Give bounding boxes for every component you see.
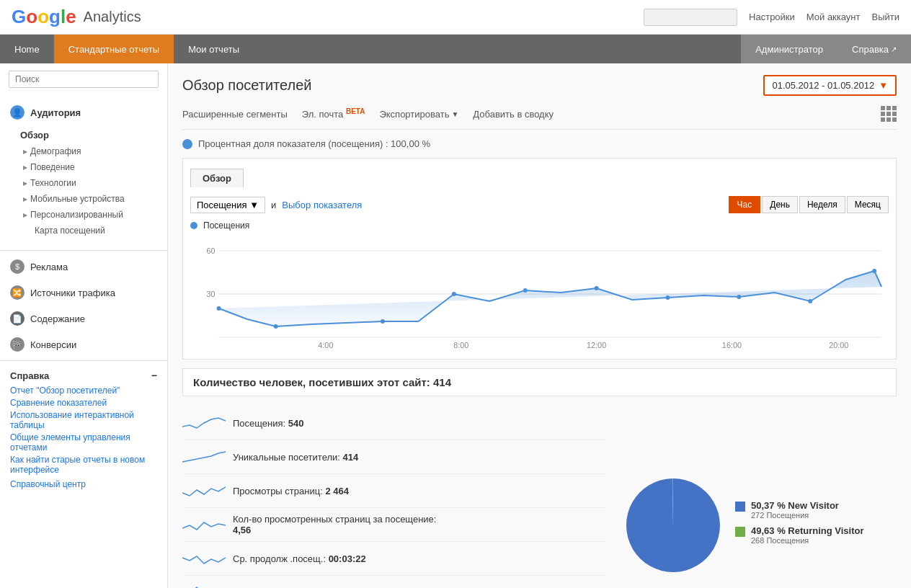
sidebar-item-conversions[interactable]: 🏁 Конверсии [0, 331, 167, 357]
pie-chart [623, 475, 724, 576]
account-search-bar[interactable] [644, 9, 737, 26]
stat-row-pageviews: Просмотры страниц: 2 464 [182, 474, 605, 508]
chart-legend: Посещения [190, 220, 889, 231]
svg-point-7 [381, 319, 385, 324]
sidebar-help-link-0[interactable]: Отчет "Обзор посетителей" [10, 386, 157, 396]
nav-bar: Home Стандартные отчеты Мои отчеты Админ… [0, 35, 911, 63]
sidebar-help: Справка − Отчет "Обзор посетителей" Срав… [0, 364, 167, 495]
stats-list: Посещения: 540 Уникальные посетители: 41… [182, 406, 605, 588]
email-btn[interactable]: Эл. почта BETA [302, 107, 365, 120]
date-range-picker[interactable]: 01.05.2012 - 01.05.2012 ▼ [763, 75, 897, 96]
stat-label-visits: Посещения: 540 [233, 418, 605, 429]
metric-dropdown[interactable]: Посещения ▼ [190, 197, 265, 213]
sidebar-custom[interactable]: Персонализированный [0, 207, 167, 223]
main-layout: 👤 Аудитория Обзор Демография Поведение Т… [0, 63, 911, 588]
page-title: Обзор посетителей [182, 77, 311, 94]
compare-label: и [271, 200, 276, 210]
sidebar-item-content[interactable]: 📄 Содержание [0, 306, 167, 331]
stat-label-unique: Уникальные посетители: 414 [233, 452, 605, 463]
metric-dot [182, 139, 192, 149]
sparkline-visits [182, 412, 226, 434]
time-btn-hour[interactable]: Час [729, 196, 761, 213]
grid-view-btn[interactable] [881, 106, 897, 122]
date-range-arrow: ▼ [879, 80, 888, 91]
svg-text:20:00: 20:00 [829, 341, 848, 349]
time-btn-week[interactable]: Неделя [799, 196, 845, 213]
chart-tabs: Обзор [190, 169, 889, 187]
time-btn-month[interactable]: Месяц [847, 196, 889, 213]
stat-row-pagespervisit: Кол-во просмотренных страниц за посещени… [182, 508, 605, 542]
metric-indicator: Процентная доля показателя (посещения) :… [182, 138, 897, 149]
sidebar-overview-label[interactable]: Обзор [0, 127, 167, 143]
stat-row-visits: Посещения: 540 [182, 406, 605, 440]
sidebar-demographics[interactable]: Демография [0, 143, 167, 159]
svg-point-9 [523, 288, 528, 293]
audience-icon: 👤 [10, 105, 25, 120]
logo: Google Analytics [12, 6, 141, 28]
nav-home[interactable]: Home [0, 35, 54, 63]
stat-label-pagespervisit: Кол-во просмотренных страниц за посещени… [233, 514, 605, 535]
sidebar-item-audience[interactable]: 👤 Аудитория [0, 99, 167, 125]
sidebar-help-link-4[interactable]: Как найти старые отчеты в новом интерфей… [10, 455, 157, 475]
svg-point-12 [737, 295, 741, 299]
sidebar-visit-map[interactable]: Карта посещений [0, 223, 167, 239]
stat-row-unique: Уникальные посетители: 414 [182, 440, 605, 474]
pie-legend-new-text: 50,37 % New Visitor 272 Посещения [751, 500, 839, 520]
nav-my-reports[interactable]: Мои отчеты [174, 35, 254, 63]
sidebar-item-ad[interactable]: $ Реклама [0, 254, 167, 280]
stat-row-bounce: Показатель отказов: 53,52 % [182, 576, 605, 588]
content-icon: 📄 [10, 311, 25, 326]
help-collapse-icon[interactable]: − [151, 370, 157, 381]
svg-text:12:00: 12:00 [587, 341, 606, 349]
settings-link[interactable]: Настройки [749, 12, 795, 22]
my-account-link[interactable]: Мой аккаунт [806, 12, 861, 22]
nav-admin[interactable]: Администратор [741, 35, 837, 63]
add-to-summary-btn[interactable]: Добавить в сводку [473, 109, 554, 120]
sidebar-item-traffic[interactable]: 🔀 Источники трафика [0, 280, 167, 306]
select-metric-link[interactable]: Выбор показателя [282, 200, 362, 210]
returning-visitor-color-box [735, 527, 745, 537]
svg-point-14 [872, 269, 876, 273]
advanced-segments-btn[interactable]: Расширенные сегменты [182, 109, 288, 120]
sidebar-audience-sub: Обзор Демография Поведение Технологии Мо… [0, 125, 167, 243]
visitors-count-text: Количество человек, посетивших этот сайт… [193, 376, 451, 388]
sparkline-avgduration [182, 548, 226, 569]
logo-google: Google [12, 6, 76, 28]
sidebar-help-link-1[interactable]: Сравнение показателей [10, 398, 157, 408]
sidebar-mobile[interactable]: Мобильные устройства [0, 191, 167, 207]
sidebar-technology[interactable]: Технологии [0, 175, 167, 191]
ad-icon: $ [10, 259, 25, 274]
svg-text:60: 60 [207, 246, 215, 255]
page-header: Обзор посетителей 01.05.2012 - 01.05.201… [182, 75, 897, 96]
export-btn[interactable]: Экспортировать ▼ [379, 109, 458, 120]
sidebar-help-center[interactable]: Справочный центр [10, 479, 157, 489]
line-chart: 60 30 [190, 236, 889, 352]
sidebar-help-link-2[interactable]: Использование интерактивной таблицы [10, 410, 157, 430]
export-arrow-icon: ▼ [451, 110, 458, 118]
sidebar-behavior[interactable]: Поведение [0, 159, 167, 175]
svg-point-11 [666, 295, 670, 300]
traffic-icon: 🔀 [10, 285, 25, 300]
pie-legend: 50,37 % New Visitor 272 Посещения 49,63 … [735, 500, 897, 551]
chart-container: 60 30 [190, 236, 889, 352]
chart-legend-dot [190, 222, 197, 229]
svg-point-6 [274, 324, 278, 329]
visitors-count-bar: Количество человек, посетивших этот сайт… [182, 368, 897, 396]
top-header: Google Analytics Настройки Мой аккаунт В… [0, 0, 911, 35]
nav-standard-reports[interactable]: Стандартные отчеты [54, 35, 174, 63]
svg-point-13 [808, 299, 812, 303]
logout-link[interactable]: Выйти [872, 12, 900, 22]
sidebar-search-area [0, 63, 167, 95]
nav-help[interactable]: Справка ↗ [837, 35, 911, 63]
sidebar-help-link-3[interactable]: Общие элементы управления отчетами [10, 432, 157, 453]
sparkline-bounce [182, 582, 226, 588]
chart-tab-overview[interactable]: Обзор [190, 169, 244, 187]
time-btn-day[interactable]: День [762, 196, 798, 213]
new-visitor-color-box [735, 502, 745, 512]
logo-analytics-text: Analytics [84, 9, 141, 25]
stats-section: Посещения: 540 Уникальные посетители: 41… [182, 406, 897, 588]
sidebar-audience-section: 👤 Аудитория Обзор Демография Поведение Т… [0, 95, 167, 247]
sidebar: 👤 Аудитория Обзор Демография Поведение Т… [0, 63, 168, 588]
pie-legend-returning: 49,63 % Returning Visitor 268 Посещения [735, 525, 897, 545]
search-input[interactable] [9, 71, 159, 88]
